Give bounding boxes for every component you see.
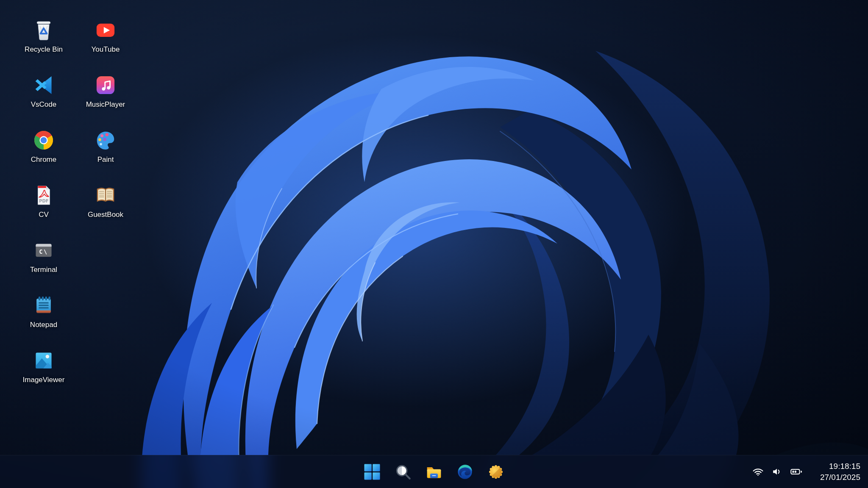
system-tray: 19:18:15 27/01/2025 <box>752 455 860 488</box>
youtube-icon <box>93 18 118 42</box>
battery-icon[interactable] <box>790 467 802 476</box>
search-icon <box>395 464 411 480</box>
desktop-icon-label: VsCode <box>31 100 56 109</box>
clock-time: 19:18:15 <box>810 461 860 471</box>
desktop-icon-label: Paint <box>97 155 114 164</box>
pdf-document-icon: PDF <box>31 183 56 208</box>
recycle-bin-icon <box>31 18 56 42</box>
musicplayer-icon <box>93 73 118 97</box>
taskbar-clock[interactable]: 19:18:15 27/01/2025 <box>810 461 860 482</box>
search-button[interactable] <box>394 463 412 481</box>
wifi-icon[interactable] <box>752 467 764 476</box>
desktop-icon-label: MusicPlayer <box>86 100 125 109</box>
image-viewer-icon <box>31 348 56 373</box>
desktop-icon-recycle-bin[interactable]: Recycle Bin <box>14 13 73 68</box>
paint-palette-icon <box>93 128 118 152</box>
desktop-icon-musicplayer[interactable]: MusicPlayer <box>76 68 135 123</box>
desktop-icon-paint[interactable]: Paint <box>76 123 135 178</box>
desktop-icon-vscode[interactable]: VsCode <box>14 68 73 123</box>
desktop-icon-label: YouTube <box>92 45 120 54</box>
desktop-icon-guestbook[interactable]: GuestBook <box>76 178 135 233</box>
taskbar-center-icons <box>363 455 505 488</box>
desktop-icon-imageviewer[interactable]: ImageViewer <box>14 343 73 398</box>
desktop-icon-label: Chrome <box>31 155 56 164</box>
taskbar: 19:18:15 27/01/2025 <box>0 455 868 488</box>
vscode-icon <box>31 73 56 97</box>
sun-badge-icon <box>487 463 505 481</box>
terminal-icon: C\ <box>31 238 56 263</box>
svg-text:C\: C\ <box>39 248 48 255</box>
volume-icon[interactable] <box>772 467 782 476</box>
notepad-icon <box>31 293 56 318</box>
desktop-icon-label: GuestBook <box>88 211 123 219</box>
chrome-icon <box>31 128 56 152</box>
desktop-icon-label: Recycle Bin <box>25 45 63 54</box>
desktop-icon-label: ImageViewer <box>23 376 65 384</box>
file-explorer-icon <box>426 463 442 480</box>
sun-badge-button[interactable] <box>487 463 505 481</box>
svg-text:PDF: PDF <box>39 199 49 203</box>
windows-start-icon <box>364 464 380 480</box>
desktop-icon-youtube[interactable]: YouTube <box>76 13 135 68</box>
start-button[interactable] <box>363 463 381 481</box>
desktop-icon-notepad[interactable]: Notepad <box>14 288 73 343</box>
desktop-icon-label: CV <box>39 211 49 219</box>
file-explorer-button[interactable] <box>425 463 443 481</box>
open-book-icon <box>93 183 118 208</box>
desktop-icon-cv[interactable]: PDF CV <box>14 178 73 233</box>
desktop-icon-label: Notepad <box>30 321 57 329</box>
desktop-icon-chrome[interactable]: Chrome <box>14 123 73 178</box>
edge-browser-icon <box>456 463 473 480</box>
clock-date: 27/01/2025 <box>810 472 860 482</box>
desktop-icon-terminal[interactable]: C\ Terminal <box>14 233 73 288</box>
edge-browser-button[interactable] <box>456 463 474 481</box>
desktop-icon-grid: Recycle Bin YouTube VsCode <box>13 13 136 398</box>
desktop-icon-label: Terminal <box>30 266 57 274</box>
